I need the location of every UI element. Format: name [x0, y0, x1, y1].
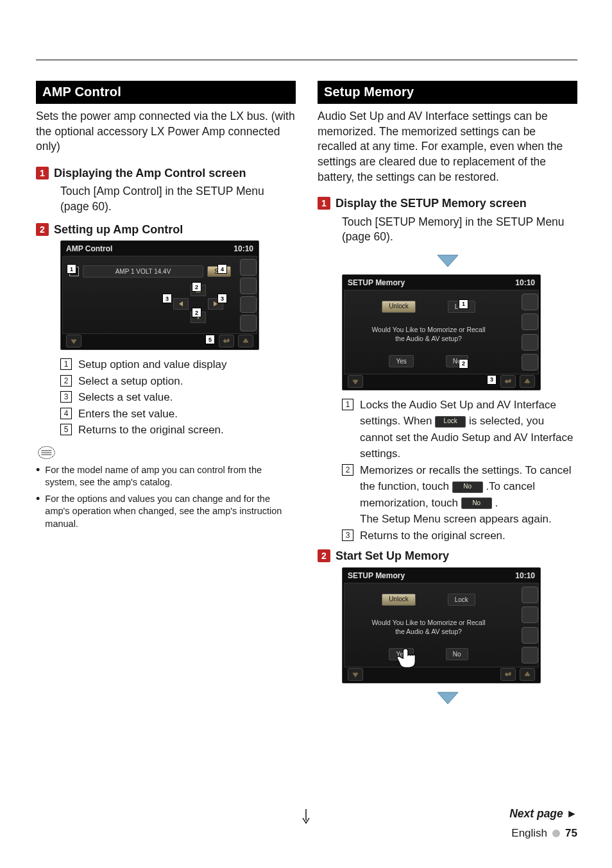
- side-icon[interactable]: [522, 627, 538, 644]
- legend-text-1: Locks the Audio Set Up and AV Interface …: [360, 397, 577, 462]
- setup-shot1-header: SETUP Memory 10:10: [344, 276, 539, 290]
- legend-text-4: Enters the set value.: [78, 406, 296, 422]
- touch-cursor-icon: [395, 646, 419, 671]
- page-continuation-arrow-icon: [302, 809, 310, 827]
- setup-shot2-clock: 10:10: [515, 571, 535, 580]
- yes-button[interactable]: Yes: [389, 355, 413, 367]
- return-icon[interactable]: [500, 668, 516, 681]
- footer-down-icon[interactable]: [348, 375, 363, 388]
- setup-shot1-body: Unlock Lock Would You Like to Momorize o…: [344, 290, 539, 374]
- amp-side-icons: [239, 256, 258, 333]
- legend-text-1: Setup option and value display: [78, 356, 296, 373]
- callout-5: 5: [205, 335, 215, 344]
- return-icon[interactable]: [219, 335, 234, 347]
- legend-text-5: Returns to the original screen.: [78, 422, 296, 438]
- amp-step1-body: Touch [Amp Control] in the SETUP Menu (p…: [60, 184, 296, 214]
- no-button[interactable]: No: [446, 648, 468, 660]
- callout-1: 1: [67, 264, 76, 274]
- setup-step2-title: Start Set Up Memory: [336, 549, 449, 563]
- unlock-button[interactable]: Unlock: [382, 594, 416, 606]
- amp-note-2: For the options and values you can chang…: [45, 493, 296, 531]
- side-icon[interactable]: [240, 259, 257, 276]
- amp-shot-footer: 5: [62, 334, 257, 348]
- flow-arrow-icon: [435, 253, 461, 269]
- footer-down-icon[interactable]: [348, 668, 363, 681]
- section-heading-amp: AMP Control: [36, 81, 296, 104]
- side-icon[interactable]: [522, 647, 538, 664]
- side-icon[interactable]: [240, 315, 257, 331]
- lock-row: Unlock Lock: [344, 594, 513, 606]
- side-icon[interactable]: [522, 587, 538, 603]
- step-number-2: 2: [318, 549, 330, 562]
- footer-up-icon[interactable]: [520, 668, 535, 681]
- next-page-label: Next page ►: [509, 807, 577, 821]
- amp-step-2: 2 Setting up Amp Control: [36, 222, 296, 237]
- step-number-1: 1: [36, 167, 49, 179]
- amp-value-row: 1 AMP 1 VOLT 14.4V Set: [69, 265, 231, 278]
- setup-message-1: Would You Like to Momorize or Recall: [344, 325, 513, 334]
- legend-num-2: 2: [60, 375, 72, 387]
- setup-step1-body: Touch [SETUP Memory] in the SETUP Menu (…: [342, 215, 577, 245]
- section-heading-setup-memory: Setup Memory: [318, 81, 577, 104]
- amp-lead-text: Sets the power amp connected via the LX …: [36, 109, 296, 154]
- footer-up-icon[interactable]: [520, 375, 535, 388]
- setup-shot2-frame: SETUP Memory 10:10 Unlock Lock: [342, 567, 541, 683]
- callout-2: 2: [192, 282, 201, 292]
- dpad-left[interactable]: [173, 298, 189, 310]
- legend-text-2: Memorizes or recalls the settings. To ca…: [360, 462, 577, 528]
- lock-row: Unlock Lock: [344, 301, 513, 313]
- setup-side-icons: [520, 290, 540, 374]
- footer-down-icon[interactable]: [66, 335, 81, 347]
- amp-shot-header: AMP Control 10:10: [62, 242, 257, 256]
- right-column: Setup Memory Audio Set Up and AV Interfa…: [318, 81, 577, 712]
- unlock-button[interactable]: Unlock: [382, 301, 416, 313]
- callout-1: 1: [459, 299, 468, 309]
- legend-text-3: Selects a set value.: [78, 389, 296, 406]
- amp-step-1: 1 Displaying the Amp Control screen: [36, 166, 296, 181]
- setup-step-1: 1 Display the SETUP Memory screen: [318, 196, 577, 211]
- legend-num-4: 4: [60, 408, 72, 419]
- side-icon[interactable]: [240, 278, 257, 294]
- step-number-1: 1: [318, 197, 330, 210]
- return-icon[interactable]: [500, 375, 516, 388]
- setup-legend: 1 Locks the Audio Set Up and AV Interfac…: [342, 397, 577, 544]
- amp-control-screenshot: AMP Control 10:10 1 AMP 1 VOLT 14.4V Set: [60, 240, 296, 350]
- legend-num-3: 3: [342, 530, 353, 541]
- page-number: 75: [565, 827, 577, 840]
- inline-lock-chip: Lock: [435, 416, 466, 428]
- lock-button[interactable]: Lock: [448, 594, 475, 606]
- language-label: English: [511, 827, 547, 840]
- legend-text-3: Returns to the original screen.: [360, 528, 577, 544]
- callout-4: 4: [217, 264, 227, 274]
- side-icon[interactable]: [522, 294, 538, 310]
- amp-legend: 1Setup option and value display 2Select …: [60, 356, 296, 438]
- step-number-2: 2: [36, 223, 49, 236]
- side-icon[interactable]: [522, 354, 538, 371]
- setup-shot2-body: Unlock Lock Would You Like to Momorize o…: [344, 583, 539, 667]
- legend-num-5: 5: [60, 424, 72, 435]
- setup-step1-title: Display the SETUP Memory screen: [336, 196, 527, 211]
- callout-3: 3: [217, 294, 227, 303]
- callout-3: 3: [487, 375, 497, 385]
- left-column: AMP Control Sets the power amp connected…: [36, 81, 296, 712]
- setup-message-2: the Audio & AV setup?: [344, 334, 513, 343]
- setup-lead-text: Audio Set Up and AV Interface settings c…: [318, 109, 577, 185]
- side-icon[interactable]: [522, 334, 538, 351]
- callout-2: 2: [192, 308, 201, 317]
- amp-shot-title: AMP Control: [66, 244, 112, 253]
- setup-memory-screenshot-1: SETUP Memory 10:10 Unlock Lock: [342, 274, 577, 390]
- setup-shot2-header: SETUP Memory 10:10: [344, 569, 539, 583]
- side-icon[interactable]: [522, 606, 538, 623]
- side-icon[interactable]: [240, 296, 257, 313]
- callout-2: 2: [459, 359, 468, 369]
- setup-message: Would You Like to Momorize or Recall the…: [344, 325, 513, 343]
- setup-message: Would You Like to Momorize or Recall the…: [344, 618, 513, 636]
- amp-shot-body: 1 AMP 1 VOLT 14.4V Set: [62, 256, 257, 334]
- setup-shot1-footer: 3: [344, 374, 539, 388]
- setup-shot1-clock: 10:10: [515, 278, 535, 287]
- setup-shot1-title: SETUP Memory: [348, 278, 405, 287]
- side-icon[interactable]: [522, 313, 538, 330]
- amp-step2-title: Setting up Amp Control: [54, 222, 183, 237]
- page-footer: English 75: [511, 827, 577, 840]
- footer-up-icon[interactable]: [238, 335, 253, 347]
